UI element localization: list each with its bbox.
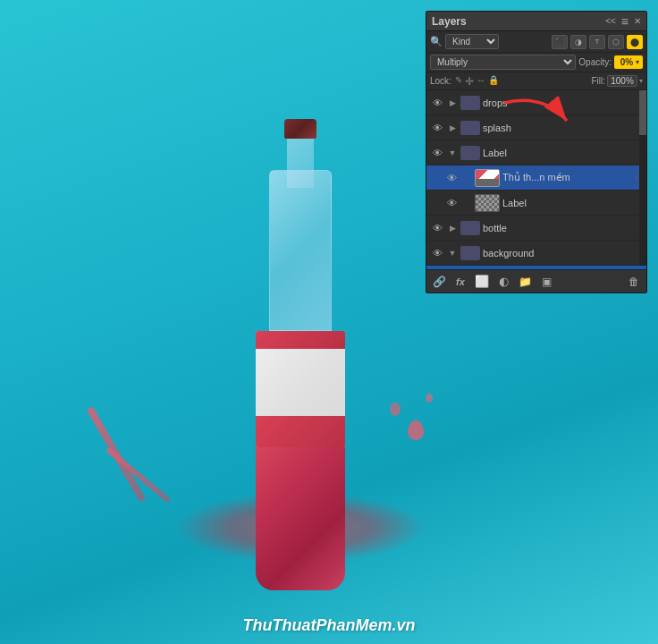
- opacity-value: 0%: [618, 57, 636, 67]
- splash-drop-1: [408, 420, 424, 440]
- opacity-label: Opacity:: [578, 57, 612, 67]
- splash-right: [363, 394, 470, 537]
- fill-chevron-icon: ▾: [639, 77, 643, 85]
- drops-folder-icon: [460, 96, 480, 110]
- filter-shape-btn[interactable]: ⬡: [608, 35, 624, 49]
- panel-toolbar: 🔗 fx ⬜ ◐ 📁 ▣ 🗑: [426, 269, 646, 292]
- filter-type-btn[interactable]: T: [589, 35, 605, 49]
- filter-pixel-btn[interactable]: ⬛: [552, 35, 568, 49]
- background-layer-name: background: [483, 248, 643, 258]
- blend-mode-row: Multiply Opacity: 0% ▾: [426, 53, 646, 72]
- layers-panel: Layers << ≡ ✕ 🔍 Kind ⬛ ◑ T ⬡ ⬤ Multiply …: [426, 11, 647, 293]
- layer-item-label-group[interactable]: 👁 ▼ Label: [426, 140, 646, 165]
- bottle-layer-name: bottle: [483, 223, 643, 233]
- visibility-background-icon[interactable]: 👁: [430, 246, 444, 260]
- panel-header-icons: << ≡ ✕: [605, 14, 641, 29]
- link-layers-button[interactable]: 🔗: [430, 274, 448, 290]
- splash-folder-icon: [460, 121, 480, 135]
- expand-bottle-icon[interactable]: ▶: [447, 223, 458, 233]
- visibility-splash-icon[interactable]: 👁: [430, 121, 444, 135]
- watermark: ThuThuatPhanMem.vn: [243, 616, 416, 635]
- red-arrow-indicator: [495, 94, 576, 143]
- search-icon: 🔍: [430, 36, 443, 47]
- fill-value: 100%: [607, 75, 637, 87]
- expand-drops-icon[interactable]: ▶: [447, 97, 458, 108]
- opacity-chevron-icon: ▾: [636, 58, 639, 66]
- bottle-cap: [284, 119, 316, 139]
- expand-label-group-icon[interactable]: ▼: [447, 148, 458, 158]
- bottle-upper: [269, 170, 332, 331]
- splash-drop-3: [426, 394, 433, 402]
- new-group-button[interactable]: 📁: [516, 274, 534, 290]
- splash-left: [122, 322, 247, 501]
- expand-background-icon[interactable]: ▼: [447, 248, 458, 258]
- splash-drop-2: [390, 402, 401, 416]
- bottle-scene: [157, 72, 443, 590]
- opacity-field[interactable]: 0% ▾: [614, 55, 643, 69]
- layer-item-label[interactable]: 👁 Label: [426, 191, 646, 216]
- fx-button[interactable]: fx: [451, 274, 469, 290]
- bottle-neck: [287, 134, 314, 188]
- label-red-bottom: [256, 416, 345, 447]
- smart-thumb: [475, 169, 500, 187]
- layer-item-background[interactable]: 👁 ▼ background: [426, 241, 646, 266]
- lock-move-icon[interactable]: ✛: [465, 75, 474, 88]
- visibility-smart-icon[interactable]: 👁: [444, 171, 459, 185]
- label-layer-name: Label: [502, 198, 643, 208]
- fill-section: Fill: 100% ▾: [591, 75, 643, 87]
- visibility-bottle-icon[interactable]: 👁: [430, 221, 444, 235]
- filter-adjustment-btn[interactable]: ◑: [570, 35, 586, 49]
- fill-label: Fill:: [591, 76, 605, 86]
- label-thumb: [475, 194, 500, 212]
- layer-item-bottle[interactable]: 👁 ▶ bottle: [426, 216, 646, 241]
- lock-paint-icon[interactable]: ✎: [455, 75, 462, 88]
- collapse-button[interactable]: <<: [605, 16, 616, 26]
- panel-menu-button[interactable]: ≡: [621, 14, 628, 29]
- filter-icons: ⬛ ◑ T ⬡ ⬤: [552, 35, 643, 49]
- lock-icons: ✎ ✛ ↔ 🔒: [455, 75, 499, 88]
- kind-dropdown[interactable]: Kind: [445, 34, 499, 49]
- add-mask-button[interactable]: ⬜: [473, 274, 491, 290]
- smart-layer-name: Thủ th...n mềm: [502, 172, 633, 183]
- expand-splash-icon[interactable]: ▶: [447, 123, 458, 133]
- lock-artboard-icon[interactable]: ↔: [477, 75, 485, 88]
- filter-smart-btn[interactable]: ⬤: [627, 35, 643, 49]
- lock-all-icon[interactable]: 🔒: [488, 75, 499, 88]
- layers-scrollbar-thumb[interactable]: [639, 90, 646, 135]
- bottle-label: [256, 331, 345, 447]
- visibility-label-icon[interactable]: 👁: [444, 196, 459, 210]
- panel-header: Layers << ≡ ✕: [426, 12, 646, 31]
- lock-label: Lock:: [430, 76, 451, 86]
- adjustment-button[interactable]: ◐: [494, 274, 512, 290]
- label-group-name: Label: [483, 148, 643, 158]
- blend-mode-dropdown[interactable]: Multiply: [430, 55, 576, 70]
- visibility-drops-icon[interactable]: 👁: [430, 96, 444, 110]
- delete-layer-button[interactable]: 🗑: [625, 274, 643, 290]
- background-folder-icon: [460, 246, 480, 260]
- layer-item-label-smart[interactable]: 👁 Thủ th...n mềm ⬡: [426, 165, 646, 191]
- bottle-folder-icon: [460, 221, 480, 235]
- layers-scrollbar-track[interactable]: [639, 90, 646, 266]
- close-button[interactable]: ✕: [634, 16, 641, 26]
- new-layer-button[interactable]: ▣: [537, 274, 555, 290]
- lock-row: Lock: ✎ ✛ ↔ 🔒 Fill: 100% ▾: [426, 72, 646, 90]
- filter-row: 🔍 Kind ⬛ ◑ T ⬡ ⬤: [426, 31, 646, 53]
- label-red-top: [256, 331, 345, 349]
- panel-title: Layers: [432, 15, 467, 28]
- label-group-folder-icon: [460, 146, 480, 160]
- visibility-label-group-icon[interactable]: 👁: [430, 146, 444, 160]
